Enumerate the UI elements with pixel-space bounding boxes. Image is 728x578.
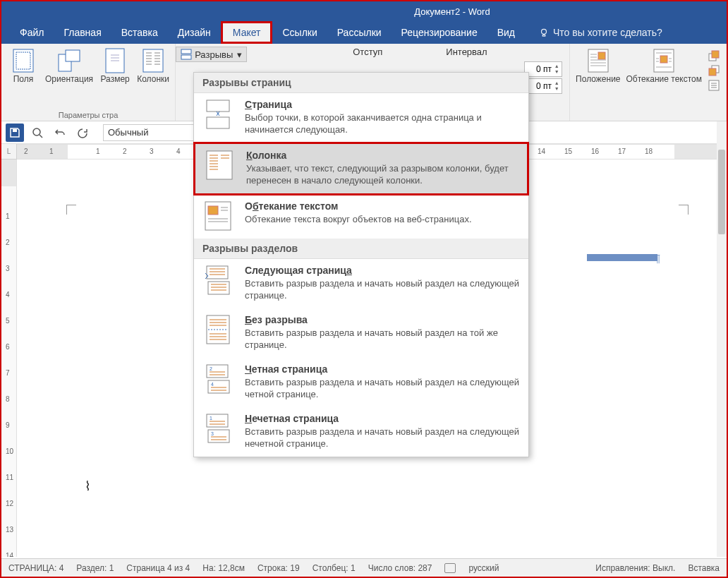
columns-button[interactable]: Колонки: [135, 47, 171, 109]
odd-page-break-icon: 13: [202, 413, 233, 444]
text-wrap-break-icon: [202, 200, 233, 231]
svg-rect-25: [207, 266, 228, 279]
status-page-of[interactable]: Страница 4 из 4: [126, 563, 190, 573]
status-section[interactable]: Раздел: 1: [76, 563, 114, 573]
search-icon: [32, 127, 43, 138]
tab-home[interactable]: Главная: [54, 21, 111, 44]
ruler-tick: 2: [6, 239, 10, 246]
status-column[interactable]: Столбец: 1: [313, 563, 356, 573]
selection-pane-icon[interactable]: [708, 79, 720, 92]
status-insert-mode[interactable]: Вставка: [688, 563, 720, 573]
svg-text:1: 1: [210, 416, 212, 421]
redo-button[interactable]: [73, 124, 92, 142]
svg-rect-12: [660, 56, 667, 63]
tab-view[interactable]: Вид: [487, 21, 525, 44]
break-continuous-item[interactable]: Без разрыва Вставить разрыв раздела и на…: [194, 308, 528, 358]
svg-rect-4: [66, 50, 80, 61]
status-bar: СТРАНИЦА: 4 Раздел: 1 Страница 4 из 4 На…: [1, 558, 727, 577]
ruler-tick: 12: [6, 500, 13, 507]
break-textwrap-item[interactable]: Обтекание текстом Обтекание текста вокру…: [194, 195, 528, 239]
save-button[interactable]: [6, 124, 24, 142]
page-corner-icon: [679, 205, 688, 215]
indent-label: Отступ: [353, 47, 382, 57]
size-button[interactable]: Размер: [97, 47, 133, 109]
svg-text:2: 2: [210, 366, 212, 371]
position-icon: [586, 48, 611, 73]
margins-button[interactable]: Поля: [6, 47, 41, 109]
spacing-after-input[interactable]: [526, 81, 552, 91]
vertical-scrollbar[interactable]: [717, 121, 727, 557]
ruler-tick: 16: [591, 147, 599, 155]
break-next-page-item[interactable]: Следующая страница Вставить разрыв разде…: [194, 259, 528, 308]
status-at[interactable]: На: 12,8см: [202, 563, 245, 573]
ruler-tick: 14: [538, 147, 545, 155]
ruler-tick: 8: [6, 395, 10, 403]
bring-forward-icon[interactable]: [708, 49, 720, 62]
section-breaks-header: Разрывы разделов: [194, 239, 528, 259]
save-icon: [9, 127, 20, 138]
break-odd-page-item[interactable]: 13 Нечетная страница Вставить разрыв раз…: [194, 407, 528, 457]
wrap-text-button[interactable]: Обтекание текстом: [625, 47, 703, 119]
svg-rect-18: [13, 129, 17, 132]
svg-rect-16: [709, 68, 716, 76]
tab-references[interactable]: Ссылки: [272, 21, 327, 44]
status-track-changes[interactable]: Исправления: Выкл.: [595, 563, 675, 573]
header-field: [587, 254, 657, 261]
svg-text:4: 4: [211, 382, 214, 387]
size-icon: [102, 48, 128, 73]
breaks-dropdown-menu: Разрывы страниц Страница Выбор точки, в …: [193, 72, 529, 457]
spin-up-icon[interactable]: ▲: [553, 64, 560, 69]
spacing-after-spinner[interactable]: ▲▼: [524, 78, 562, 94]
svg-point-0: [542, 29, 547, 34]
page-break-icon: [202, 99, 233, 130]
spacing-before-spinner[interactable]: ▲▼: [524, 61, 562, 77]
orientation-button[interactable]: Ориентация: [44, 47, 95, 109]
position-button[interactable]: Положение: [574, 47, 621, 119]
ruler-tick: 17: [618, 147, 626, 155]
status-words[interactable]: Число слов: 287: [368, 563, 432, 573]
vertical-ruler[interactable]: 1234567891011121314: [1, 159, 17, 557]
spacing-before-input[interactable]: [526, 64, 552, 74]
tab-mailings[interactable]: Рассылки: [327, 21, 392, 44]
ruler-tick: 7: [6, 369, 10, 377]
break-page-item[interactable]: Страница Выбор точки, в которой заканчив…: [194, 93, 528, 143]
ruler-tick: 2: [24, 147, 28, 155]
spin-up-icon[interactable]: ▲: [553, 80, 560, 86]
tab-design[interactable]: Дизайн: [168, 21, 221, 44]
svg-rect-20: [207, 100, 229, 112]
scrollbar-thumb[interactable]: [718, 150, 725, 234]
chevron-down-icon: ▾: [237, 49, 242, 60]
spin-down-icon[interactable]: ▼: [553, 69, 560, 75]
margins-icon: [11, 48, 36, 73]
break-column-item[interactable]: Колонка Указывает, что текст, следующий …: [193, 142, 529, 195]
status-line[interactable]: Строка: 19: [257, 563, 300, 573]
page-setup-caption: Параметры стра: [6, 111, 171, 119]
tab-file[interactable]: Файл: [10, 21, 54, 44]
pilcrow-icon: ¶: [655, 253, 660, 264]
tab-layout[interactable]: Макет: [221, 21, 273, 44]
spell-check-icon[interactable]: [444, 563, 456, 573]
svg-point-19: [33, 128, 40, 136]
svg-text:3: 3: [211, 431, 214, 436]
breaks-dropdown-button[interactable]: Разрывы ▾: [176, 47, 247, 62]
column-break-icon: [204, 150, 235, 181]
spin-down-icon[interactable]: ▼: [553, 86, 560, 92]
break-even-page-item[interactable]: 24 Четная страница Вставить разрыв разде…: [194, 358, 528, 407]
text-cursor-icon: ⌇: [85, 478, 91, 494]
tab-review[interactable]: Рецензирование: [392, 21, 487, 44]
status-language[interactable]: русский: [468, 563, 499, 573]
ruler-tick: 1: [96, 147, 100, 155]
find-button[interactable]: [28, 124, 47, 142]
ruler-tick: 18: [645, 147, 653, 155]
redo-icon: [77, 127, 88, 138]
undo-button[interactable]: [51, 124, 69, 142]
lightbulb-icon: [539, 28, 549, 37]
ruler-tick: 3: [6, 265, 10, 272]
send-backward-icon[interactable]: [708, 64, 720, 77]
wrap-text-icon: [651, 48, 677, 73]
tell-me-search[interactable]: Что вы хотите сделать?: [530, 21, 671, 44]
document-title: Документ2 - Word: [414, 6, 490, 17]
status-page[interactable]: СТРАНИЦА: 4: [8, 563, 63, 573]
tab-insert[interactable]: Вставка: [111, 21, 168, 44]
ruler-corner: L: [1, 144, 17, 159]
